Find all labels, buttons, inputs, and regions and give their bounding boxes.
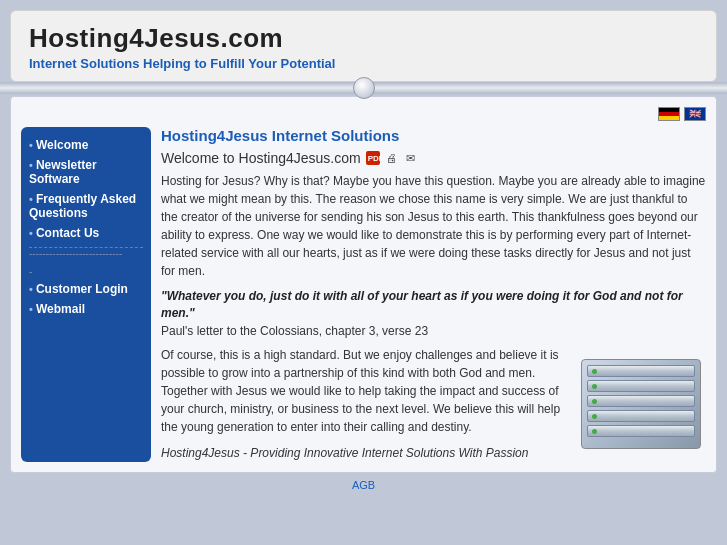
server-image	[576, 346, 706, 462]
flag-uk[interactable]: 🇬🇧	[684, 107, 706, 121]
sidebar-item-contact[interactable]: • Contact Us	[29, 225, 143, 241]
sidebar-item-newsletter[interactable]: • Newsletter Software	[29, 157, 143, 187]
sidebar-link-webmail[interactable]: • Webmail	[29, 301, 143, 317]
bullet-faq: •	[29, 193, 36, 205]
pdf-icon[interactable]: PDF	[366, 151, 380, 165]
sidebar-item-faq[interactable]: • Frequently Asked Questions	[29, 191, 143, 221]
server-unit-2	[587, 380, 695, 392]
sidebar-item-welcome[interactable]: • Welcome	[29, 137, 143, 153]
server-unit-1	[587, 365, 695, 377]
sidebar-link-contact[interactable]: • Contact Us	[29, 225, 143, 241]
site-tagline: Internet Solutions Helping to Fulfill Yo…	[29, 56, 698, 71]
sidebar-item-login[interactable]: • Customer Login	[29, 281, 143, 297]
bullet-contact: •	[29, 227, 36, 239]
section-title: Hosting4Jesus Internet Solutions	[161, 127, 706, 144]
sidebar-spacer: -	[29, 265, 143, 277]
sidebar-nav: • Welcome • Newsletter Software •	[29, 137, 143, 241]
email-icon[interactable]: ✉	[404, 151, 418, 165]
agb-link[interactable]: AGB	[352, 479, 375, 491]
quote-attribution: Paul's letter to the Colossians, chapter…	[161, 324, 706, 338]
bullet-welcome: •	[29, 139, 36, 151]
sidebar-link-faq[interactable]: • Frequently Asked Questions	[29, 191, 143, 221]
sidebar: • Welcome • Newsletter Software •	[21, 127, 151, 462]
server-stack	[587, 365, 695, 443]
bottom-body-text: Of course, this is a high standard. But …	[161, 346, 566, 462]
content-area: 🇬🇧 • Welcome • Newsle	[10, 96, 717, 473]
sidebar-link-welcome[interactable]: • Welcome	[29, 137, 143, 153]
main-content: Hosting4Jesus Internet Solutions Welcome…	[161, 127, 706, 462]
server-unit-3	[587, 395, 695, 407]
divider-knob	[353, 77, 375, 99]
server-unit-5	[587, 425, 695, 437]
flag-german[interactable]	[658, 107, 680, 121]
intro-text: Hosting for Jesus? Why is that? Maybe yo…	[161, 172, 706, 280]
bullet-newsletter: •	[29, 159, 36, 171]
main-layout: • Welcome • Newsletter Software •	[21, 127, 706, 462]
sidebar-extra-nav: • Customer Login • Webmail	[29, 281, 143, 317]
footer: AGB	[10, 473, 717, 497]
sidebar-item-webmail[interactable]: • Webmail	[29, 301, 143, 317]
sidebar-divider: ----------------------------	[29, 247, 143, 259]
print-icon[interactable]: 🖨	[385, 151, 399, 165]
server-unit-4	[587, 410, 695, 422]
welcome-heading: Welcome to Hosting4Jesus.com PDF 🖨 ✉	[161, 150, 706, 166]
quote-box: "Whatever you do, just do it with all of…	[161, 288, 706, 338]
divider-bar	[0, 82, 727, 94]
quote-text: "Whatever you do, just do it with all of…	[161, 288, 706, 322]
sidebar-link-newsletter[interactable]: • Newsletter Software	[29, 157, 143, 187]
sidebar-link-login[interactable]: • Customer Login	[29, 281, 143, 297]
server-visual	[581, 359, 701, 449]
bullet-login: •	[29, 283, 36, 295]
bottom-section: Of course, this is a high standard. But …	[161, 346, 706, 462]
closing-text: Hosting4Jesus - Providing Innovative Int…	[161, 444, 566, 462]
bullet-webmail: •	[29, 303, 36, 315]
flags-row: 🇬🇧	[21, 107, 706, 121]
header: Hosting4Jesus.com Internet Solutions Hel…	[10, 10, 717, 82]
site-title: Hosting4Jesus.com	[29, 23, 698, 54]
